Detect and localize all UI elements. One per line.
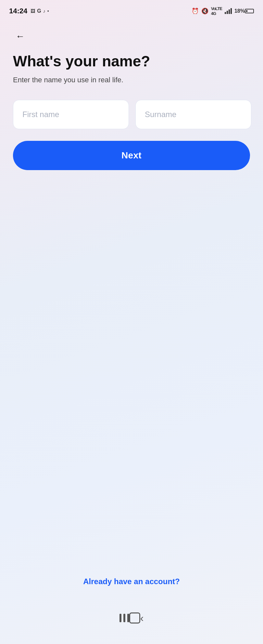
page-title: What's your name? (13, 53, 250, 70)
name-inputs-group (13, 100, 250, 129)
main-content: ← What's your name? Enter the name you u… (0, 20, 263, 577)
surname-input[interactable] (135, 100, 251, 129)
dot-icon: • (47, 8, 49, 14)
battery-container: 18% (234, 8, 254, 14)
first-name-input[interactable] (13, 100, 129, 129)
page-subtitle: Enter the name you use in real life. (13, 76, 250, 84)
status-time: 14:24 (9, 7, 27, 15)
alarm-icon: ⏰ (192, 7, 199, 15)
google-icon: G (37, 8, 41, 14)
next-button[interactable]: Next (13, 141, 250, 170)
bottom-area: Already have an account? ‹ (0, 577, 263, 644)
recents-icon (119, 614, 129, 622)
already-account-link[interactable]: Already have an account? (83, 577, 180, 586)
photo-icon: 🖼 (31, 8, 35, 14)
nav-recents-button[interactable] (119, 614, 129, 622)
home-icon (129, 612, 140, 624)
status-icons: 🖼 G ♪ • (31, 8, 49, 14)
battery-icon (245, 9, 254, 13)
status-left: 14:24 🖼 G ♪ • (9, 7, 49, 15)
back-button[interactable]: ← (13, 29, 27, 44)
battery-text: 18% (234, 8, 245, 14)
nav-bar: ‹ (100, 602, 163, 634)
status-bar: 14:24 🖼 G ♪ • ⏰ 🔇 VoLTE4G 18% (0, 0, 263, 20)
back-arrow-icon: ← (16, 31, 25, 42)
nav-back-button[interactable]: ‹ (140, 612, 144, 624)
spotify-icon: ♪ (43, 8, 45, 14)
status-right: ⏰ 🔇 VoLTE4G 18% (192, 6, 254, 16)
nav-home-button[interactable] (129, 612, 140, 624)
lte-icon: VoLTE4G (211, 6, 222, 16)
signal-bars (225, 8, 232, 14)
back-chevron-icon: ‹ (140, 612, 144, 624)
mute-icon: 🔇 (201, 7, 208, 15)
